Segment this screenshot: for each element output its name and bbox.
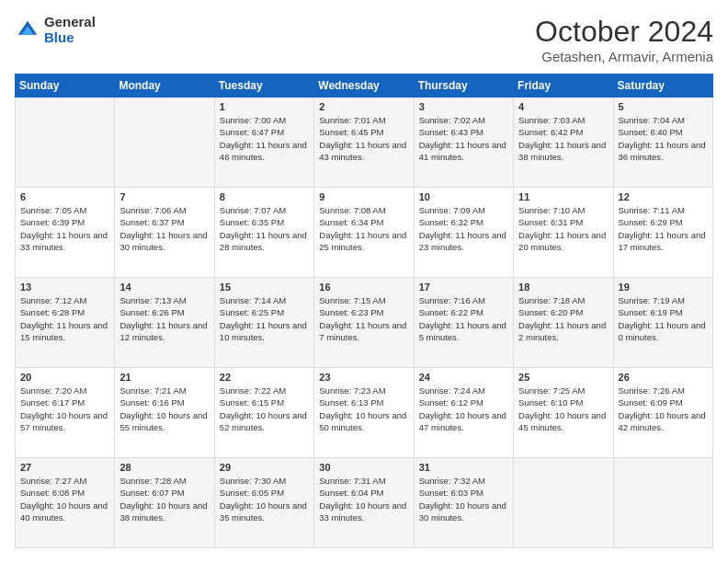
day-info: Sunrise: 7:09 AMSunset: 6:32 PMDaylight:… xyxy=(419,204,508,253)
subtitle: Getashen, Armavir, Armenia xyxy=(535,49,713,64)
day-info: Sunrise: 7:04 AMSunset: 6:40 PMDaylight:… xyxy=(619,114,708,163)
day-info: Sunrise: 7:12 AMSunset: 6:28 PMDaylight:… xyxy=(20,294,109,343)
day-number: 18 xyxy=(518,282,608,293)
day-number: 21 xyxy=(119,372,209,383)
day-info: Sunrise: 7:06 AMSunset: 6:37 PMDaylight:… xyxy=(119,204,209,253)
calendar-cell: 29Sunrise: 7:30 AMSunset: 6:05 PMDayligh… xyxy=(214,458,313,548)
day-info: Sunrise: 7:16 AMSunset: 6:22 PMDaylight:… xyxy=(419,294,508,343)
day-info: Sunrise: 7:27 AMSunset: 6:08 PMDaylight:… xyxy=(20,475,109,523)
day-number: 16 xyxy=(319,282,408,293)
calendar-cell: 9Sunrise: 7:08 AMSunset: 6:34 PMDaylight… xyxy=(314,188,414,278)
calendar-table: SundayMondayTuesdayWednesdayThursdayFrid… xyxy=(15,74,713,548)
day-info: Sunrise: 7:21 AMSunset: 6:16 PMDaylight:… xyxy=(119,385,209,433)
logo: General Blue xyxy=(15,15,96,45)
calendar-cell: 31Sunrise: 7:32 AMSunset: 6:03 PMDayligh… xyxy=(414,458,513,548)
day-number: 22 xyxy=(220,372,309,383)
calendar-cell: 28Sunrise: 7:28 AMSunset: 6:07 PMDayligh… xyxy=(115,458,214,548)
day-number: 11 xyxy=(518,191,608,202)
day-number: 27 xyxy=(20,462,109,473)
day-number: 23 xyxy=(319,372,408,383)
calendar-cell: 18Sunrise: 7:18 AMSunset: 6:20 PMDayligh… xyxy=(514,278,613,368)
day-info: Sunrise: 7:05 AMSunset: 6:39 PMDaylight:… xyxy=(20,204,109,253)
header: General Blue October 2024 Getashen, Arma… xyxy=(15,15,713,64)
day-number: 7 xyxy=(119,191,209,202)
day-number: 4 xyxy=(518,101,608,112)
calendar-cell: 1Sunrise: 7:00 AMSunset: 6:47 PMDaylight… xyxy=(214,98,313,188)
day-number: 13 xyxy=(20,282,109,293)
calendar-cell: 30Sunrise: 7:31 AMSunset: 6:04 PMDayligh… xyxy=(314,458,414,548)
calendar-cell: 19Sunrise: 7:19 AMSunset: 6:19 PMDayligh… xyxy=(613,278,712,368)
day-info: Sunrise: 7:01 AMSunset: 6:45 PMDaylight:… xyxy=(319,114,408,163)
day-number: 26 xyxy=(619,372,708,383)
day-info: Sunrise: 7:13 AMSunset: 6:26 PMDaylight:… xyxy=(119,294,209,343)
day-info: Sunrise: 7:20 AMSunset: 6:17 PMDaylight:… xyxy=(20,385,109,433)
day-header-monday: Monday xyxy=(115,75,214,98)
day-info: Sunrise: 7:08 AMSunset: 6:34 PMDaylight:… xyxy=(319,204,408,253)
day-info: Sunrise: 7:18 AMSunset: 6:20 PMDaylight:… xyxy=(518,294,608,343)
calendar-cell: 14Sunrise: 7:13 AMSunset: 6:26 PMDayligh… xyxy=(115,278,214,368)
calendar-cell: 20Sunrise: 7:20 AMSunset: 6:17 PMDayligh… xyxy=(16,368,115,458)
calendar-cell: 27Sunrise: 7:27 AMSunset: 6:08 PMDayligh… xyxy=(16,458,115,548)
calendar-cell: 3Sunrise: 7:02 AMSunset: 6:43 PMDaylight… xyxy=(414,98,513,188)
calendar-week-row: 27Sunrise: 7:27 AMSunset: 6:08 PMDayligh… xyxy=(16,458,713,548)
day-number: 15 xyxy=(220,282,309,293)
calendar-week-row: 1Sunrise: 7:00 AMSunset: 6:47 PMDaylight… xyxy=(16,98,713,188)
day-number: 24 xyxy=(419,372,508,383)
day-info: Sunrise: 7:22 AMSunset: 6:15 PMDaylight:… xyxy=(220,385,309,433)
calendar-cell: 23Sunrise: 7:23 AMSunset: 6:13 PMDayligh… xyxy=(314,368,414,458)
calendar-cell: 4Sunrise: 7:03 AMSunset: 6:42 PMDaylight… xyxy=(514,98,613,188)
logo-text: General Blue xyxy=(44,15,96,45)
calendar-cell: 25Sunrise: 7:25 AMSunset: 6:10 PMDayligh… xyxy=(514,368,613,458)
calendar-cell: 7Sunrise: 7:06 AMSunset: 6:37 PMDaylight… xyxy=(115,188,214,278)
day-header-thursday: Thursday xyxy=(414,75,513,98)
day-header-friday: Friday xyxy=(514,75,613,98)
day-info: Sunrise: 7:14 AMSunset: 6:25 PMDaylight:… xyxy=(220,294,309,343)
calendar-cell: 17Sunrise: 7:16 AMSunset: 6:22 PMDayligh… xyxy=(414,278,513,368)
day-header-saturday: Saturday xyxy=(613,75,712,98)
day-number: 12 xyxy=(619,191,708,202)
day-info: Sunrise: 7:19 AMSunset: 6:19 PMDaylight:… xyxy=(619,294,708,343)
day-number: 31 xyxy=(419,462,508,473)
day-info: Sunrise: 7:11 AMSunset: 6:29 PMDaylight:… xyxy=(619,204,708,253)
calendar-cell xyxy=(115,98,214,188)
day-number: 3 xyxy=(419,101,508,112)
calendar-header-row: SundayMondayTuesdayWednesdayThursdayFrid… xyxy=(16,75,713,98)
calendar-cell xyxy=(16,98,115,188)
day-number: 20 xyxy=(20,372,109,383)
day-number: 14 xyxy=(119,282,209,293)
main-title: October 2024 xyxy=(535,15,713,49)
calendar-cell: 5Sunrise: 7:04 AMSunset: 6:40 PMDaylight… xyxy=(613,98,712,188)
day-info: Sunrise: 7:23 AMSunset: 6:13 PMDaylight:… xyxy=(319,385,408,433)
day-info: Sunrise: 7:07 AMSunset: 6:35 PMDaylight:… xyxy=(220,204,309,253)
day-info: Sunrise: 7:03 AMSunset: 6:42 PMDaylight:… xyxy=(518,114,608,163)
calendar-week-row: 6Sunrise: 7:05 AMSunset: 6:39 PMDaylight… xyxy=(16,188,713,278)
calendar-cell: 2Sunrise: 7:01 AMSunset: 6:45 PMDaylight… xyxy=(314,98,414,188)
calendar-cell: 8Sunrise: 7:07 AMSunset: 6:35 PMDaylight… xyxy=(214,188,313,278)
logo-blue: Blue xyxy=(44,30,96,46)
day-info: Sunrise: 7:31 AMSunset: 6:04 PMDaylight:… xyxy=(319,475,408,523)
calendar-cell: 26Sunrise: 7:26 AMSunset: 6:09 PMDayligh… xyxy=(613,368,712,458)
day-info: Sunrise: 7:00 AMSunset: 6:47 PMDaylight:… xyxy=(220,114,309,163)
calendar-cell: 6Sunrise: 7:05 AMSunset: 6:39 PMDaylight… xyxy=(16,188,115,278)
day-number: 9 xyxy=(319,191,408,202)
day-info: Sunrise: 7:10 AMSunset: 6:31 PMDaylight:… xyxy=(518,204,608,253)
day-info: Sunrise: 7:30 AMSunset: 6:05 PMDaylight:… xyxy=(220,475,309,523)
page: General Blue October 2024 Getashen, Arma… xyxy=(0,0,728,563)
day-info: Sunrise: 7:32 AMSunset: 6:03 PMDaylight:… xyxy=(419,475,508,523)
day-info: Sunrise: 7:26 AMSunset: 6:09 PMDaylight:… xyxy=(619,385,708,433)
calendar-week-row: 20Sunrise: 7:20 AMSunset: 6:17 PMDayligh… xyxy=(16,368,713,458)
logo-icon xyxy=(15,17,40,43)
day-number: 28 xyxy=(119,462,209,473)
day-info: Sunrise: 7:24 AMSunset: 6:12 PMDaylight:… xyxy=(419,385,508,433)
logo-general: General xyxy=(44,15,96,30)
day-number: 5 xyxy=(619,101,708,112)
calendar-cell: 21Sunrise: 7:21 AMSunset: 6:16 PMDayligh… xyxy=(115,368,214,458)
title-block: October 2024 Getashen, Armavir, Armenia xyxy=(535,15,713,64)
day-header-sunday: Sunday xyxy=(16,75,115,98)
day-number: 19 xyxy=(619,282,708,293)
day-number: 29 xyxy=(220,462,309,473)
calendar-cell xyxy=(514,458,613,548)
calendar-cell: 15Sunrise: 7:14 AMSunset: 6:25 PMDayligh… xyxy=(214,278,313,368)
day-number: 17 xyxy=(419,282,508,293)
calendar-week-row: 13Sunrise: 7:12 AMSunset: 6:28 PMDayligh… xyxy=(16,278,713,368)
